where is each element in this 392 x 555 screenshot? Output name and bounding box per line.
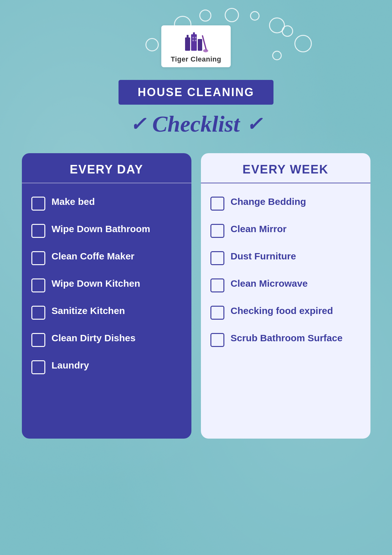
everyday-list-item: Clean Coffe Maker (31, 244, 182, 271)
checkbox-laundry[interactable] (31, 360, 45, 374)
svg-line-5 (202, 36, 206, 50)
checkbox-wipe-bathroom[interactable] (31, 224, 45, 238)
svg-rect-10 (195, 40, 196, 41)
everyweek-list-item: Checking food expired (210, 299, 361, 326)
everyday-list-item: Laundry (31, 353, 182, 381)
item-text-clean-coffee: Clean Coffe Maker (52, 251, 135, 262)
checkbox-clean-mirror[interactable] (210, 224, 224, 238)
everyweek-list-item: Clean Mirror (210, 217, 361, 244)
everyweek-list-item: Change Bedding (210, 190, 361, 217)
checkbox-scrub-bathroom[interactable] (210, 333, 224, 347)
item-text-wipe-bathroom: Wipe Down Bathroom (52, 223, 150, 235)
everyday-list-item: Make bed (31, 190, 182, 217)
checkbox-clean-dishes[interactable] (31, 333, 45, 347)
everyweek-header: EVERY WEEK (201, 153, 370, 183)
checkbox-clean-microwave[interactable] (210, 278, 224, 292)
logo-text: Tiger Cleaning (171, 55, 221, 63)
svg-rect-1 (187, 35, 189, 38)
everyday-items: Make bed Wipe Down Bathroom Clean Coffe … (22, 186, 191, 384)
everyday-list-item: Wipe Down Kitchen (31, 271, 182, 299)
everyday-column: EVERY DAY Make bed Wipe Down Bathroom Cl… (22, 153, 191, 439)
everyday-list-item: Clean Dirty Dishes (31, 326, 182, 353)
svg-rect-0 (185, 37, 190, 51)
checkbox-sanitize-kitchen[interactable] (31, 306, 45, 320)
item-text-wipe-kitchen: Wipe Down Kitchen (52, 278, 140, 289)
item-text-clean-dishes: Clean Dirty Dishes (52, 332, 136, 344)
bubble (272, 51, 282, 60)
checkbox-wipe-kitchen[interactable] (31, 278, 45, 292)
checkbox-dust-furniture[interactable] (210, 251, 224, 265)
item-text-checking-food: Checking food expired (231, 305, 333, 317)
check-icon-right: ✓ (246, 113, 262, 135)
item-text-scrub-bathroom: Scrub Bathroom Surface (231, 332, 343, 344)
svg-rect-3 (193, 32, 195, 35)
bubble (294, 35, 312, 52)
checkbox-clean-coffee[interactable] (31, 251, 45, 265)
svg-point-6 (203, 49, 208, 52)
everyday-list-item: Wipe Down Bathroom (31, 217, 182, 244)
bubble (199, 10, 211, 22)
bubble (269, 17, 285, 33)
checklist-heading: ✓ Checklist ✓ (130, 111, 262, 137)
svg-rect-4 (198, 39, 202, 51)
bubble (282, 25, 293, 37)
checkbox-make-bed[interactable] (31, 197, 45, 211)
svg-rect-8 (195, 37, 196, 38)
everyweek-list-item: Scrub Bathroom Surface (210, 326, 361, 353)
checkbox-checking-food[interactable] (210, 306, 224, 320)
checklist-heading-text: Checklist (152, 111, 240, 137)
logo-icon (183, 31, 209, 53)
item-text-clean-mirror: Clean Mirror (231, 223, 287, 235)
bubble (225, 8, 239, 22)
logo-wrapper: Tiger Cleaning (161, 25, 231, 67)
columns-container: EVERY DAY Make bed Wipe Down Bathroom Cl… (22, 153, 370, 439)
title-banner: HOUSE CLEANING (119, 80, 273, 105)
item-text-laundry: Laundry (52, 360, 89, 371)
item-text-clean-microwave: Clean Microwave (231, 278, 308, 289)
everyday-header: EVERY DAY (22, 153, 191, 183)
everyweek-items: Change Bedding Clean Mirror Dust Furnitu… (201, 186, 370, 356)
item-text-change-bedding: Change Bedding (231, 196, 306, 207)
everyday-list-item: Sanitize Kitchen (31, 299, 182, 326)
svg-rect-2 (191, 34, 197, 51)
everyweek-list-item: Clean Microwave (210, 271, 361, 299)
everyweek-column: EVERY WEEK Change Bedding Clean Mirror D… (201, 153, 370, 439)
logo-box: Tiger Cleaning (161, 25, 231, 67)
svg-rect-9 (192, 40, 194, 41)
bubble (145, 38, 159, 51)
everyweek-list-item: Dust Furniture (210, 244, 361, 271)
item-text-dust-furniture: Dust Furniture (231, 251, 296, 262)
item-text-sanitize-kitchen: Sanitize Kitchen (52, 305, 125, 317)
logo-svg (183, 31, 209, 53)
check-icon-left: ✓ (130, 113, 146, 135)
item-text-make-bed: Make bed (52, 196, 95, 207)
checkbox-change-bedding[interactable] (210, 197, 224, 211)
svg-rect-7 (192, 37, 194, 38)
bubble (250, 11, 260, 21)
